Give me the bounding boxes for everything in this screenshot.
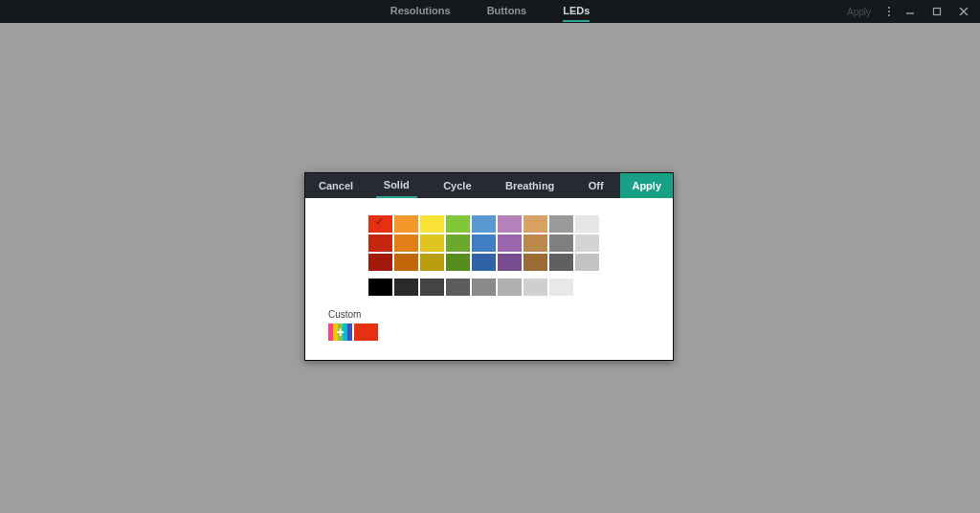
shade-swatch[interactable] — [420, 279, 444, 296]
custom-row: + — [328, 323, 650, 341]
dialog-body: Custom + — [305, 198, 673, 360]
color-swatch[interactable] — [498, 215, 522, 233]
custom-swatches — [354, 323, 378, 341]
add-custom-color-button[interactable]: + — [328, 323, 352, 341]
custom-label: Custom — [328, 309, 650, 320]
shade-swatch[interactable] — [575, 279, 599, 296]
dialog-header: Cancel Solid Cycle Breathing Off Apply — [305, 173, 673, 198]
color-swatch[interactable] — [549, 254, 573, 271]
cancel-button[interactable]: Cancel — [305, 173, 367, 198]
header-right: Apply — [843, 5, 980, 19]
svg-rect-1 — [934, 9, 941, 15]
color-swatch[interactable] — [368, 215, 392, 233]
color-swatch[interactable] — [446, 234, 470, 252]
palette-row — [368, 254, 650, 271]
shade-swatch[interactable] — [446, 279, 470, 296]
color-swatch[interactable] — [575, 234, 599, 252]
shade-swatch[interactable] — [523, 279, 547, 296]
shade-swatch[interactable] — [498, 279, 522, 296]
tab-cycle[interactable]: Cycle — [435, 173, 479, 198]
shades-row — [368, 279, 650, 296]
color-swatch[interactable] — [394, 254, 418, 271]
tab-resolutions[interactable]: Resolutions — [390, 1, 451, 22]
color-swatch[interactable] — [523, 234, 547, 252]
minimize-button[interactable] — [903, 5, 917, 18]
color-swatch[interactable] — [394, 234, 418, 252]
shade-swatch[interactable] — [472, 279, 496, 296]
tab-off[interactable]: Off — [581, 173, 612, 198]
header-apply-button: Apply — [843, 5, 875, 19]
led-dialog: Cancel Solid Cycle Breathing Off Apply C… — [304, 172, 674, 361]
color-swatch[interactable] — [549, 234, 573, 252]
color-swatch[interactable] — [368, 254, 392, 271]
color-swatch[interactable] — [498, 234, 522, 252]
color-swatch[interactable] — [420, 254, 444, 271]
app-header: Resolutions Buttons LEDs Apply — [0, 0, 980, 23]
close-button[interactable] — [957, 5, 970, 18]
shade-swatch[interactable] — [368, 279, 392, 296]
color-swatch[interactable] — [575, 215, 599, 233]
tab-solid[interactable]: Solid — [376, 173, 417, 198]
color-swatch[interactable] — [420, 234, 444, 252]
color-palette — [368, 215, 650, 296]
header-tabs: Resolutions Buttons LEDs — [0, 1, 980, 22]
shade-swatch[interactable] — [394, 279, 418, 296]
tab-buttons[interactable]: Buttons — [487, 1, 527, 22]
shade-swatch[interactable] — [549, 279, 573, 296]
color-swatch[interactable] — [394, 215, 418, 233]
dialog-tabs: Solid Cycle Breathing Off — [367, 173, 620, 198]
menu-icon[interactable] — [888, 7, 890, 16]
color-swatch[interactable] — [446, 215, 470, 233]
color-swatch[interactable] — [472, 254, 496, 271]
color-swatch[interactable] — [420, 215, 444, 233]
palette-row — [368, 234, 650, 252]
maximize-button[interactable] — [930, 5, 944, 18]
color-swatch[interactable] — [472, 215, 496, 233]
color-swatch[interactable] — [446, 254, 470, 271]
color-swatch[interactable] — [498, 254, 522, 271]
color-swatch[interactable] — [549, 215, 573, 233]
color-swatch[interactable] — [368, 234, 392, 252]
color-swatch[interactable] — [523, 215, 547, 233]
color-swatch[interactable] — [575, 254, 599, 271]
apply-button[interactable]: Apply — [620, 173, 673, 198]
custom-color-swatch[interactable] — [354, 323, 378, 341]
color-swatch[interactable] — [523, 254, 547, 271]
color-swatch[interactable] — [472, 234, 496, 252]
tab-breathing[interactable]: Breathing — [498, 173, 562, 198]
palette-row — [368, 215, 650, 233]
tab-leds[interactable]: LEDs — [563, 1, 590, 22]
